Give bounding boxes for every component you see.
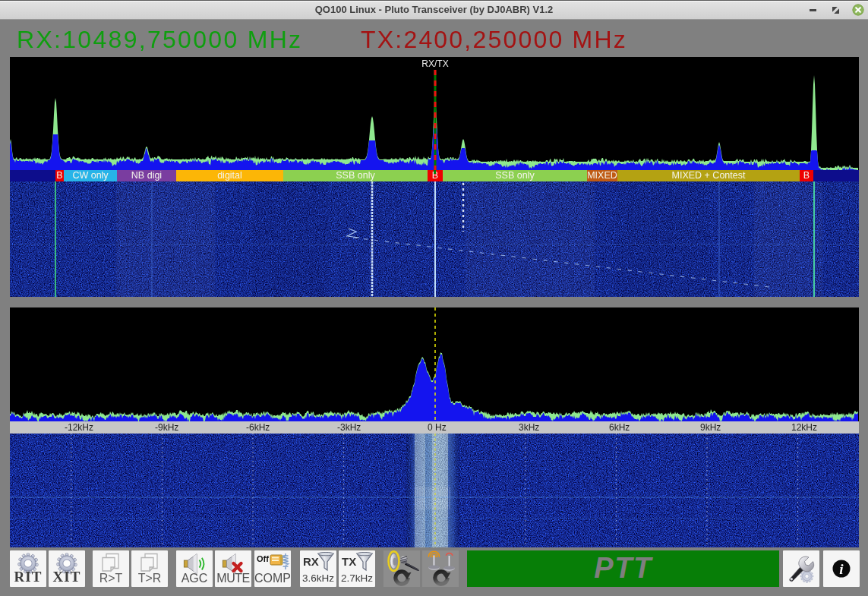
svg-text:i: i xyxy=(839,561,844,577)
svg-text:RX/TX: RX/TX xyxy=(421,58,448,69)
svg-text:Off: Off xyxy=(257,554,269,563)
